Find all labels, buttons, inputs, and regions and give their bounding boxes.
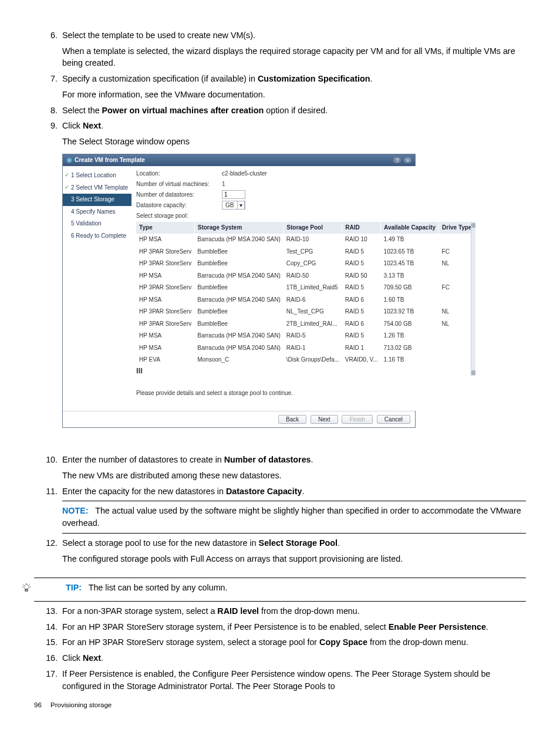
- table-header-row: Type Storage System Storage Pool RAID Av…: [136, 222, 475, 234]
- step-number: 7.: [40, 73, 58, 85]
- step-8: 8. Select the Power on virtual machines …: [34, 104, 526, 117]
- hp-logo-icon: [66, 157, 72, 163]
- tip-block: TIP: The list can be sorted by any colum…: [34, 582, 526, 598]
- step-number: 16.: [40, 652, 58, 664]
- cell-pool: RAID-10: [284, 234, 342, 246]
- tip-text: The list can be sorted by any column.: [89, 583, 228, 592]
- capacity-unit: GB: [222, 201, 237, 209]
- step-number: 17.: [40, 668, 58, 680]
- table-scrollbar[interactable]: [471, 222, 475, 377]
- num-datastores-input[interactable]: [222, 190, 245, 199]
- table-row[interactable]: HP 3PAR StoreServBumbleBeeCopy_CPGRAID 5…: [136, 258, 475, 270]
- datastore-capacity-unit-select[interactable]: GB ▾: [222, 201, 245, 210]
- step-11: 11. Enter the capacity for the new datas…: [34, 485, 526, 498]
- scroll-up-icon[interactable]: [471, 223, 475, 228]
- wizard-nav: 1 Select Location 2 Select VM Template 3…: [63, 166, 131, 411]
- scroll-down-icon[interactable]: [471, 370, 475, 375]
- step-number: 13.: [40, 605, 58, 617]
- wizard-step-select-location[interactable]: 1 Select Location: [63, 170, 131, 182]
- col-storage-system[interactable]: Storage System: [194, 222, 284, 234]
- page-footer: 96 Provisioning storage: [0, 700, 560, 722]
- wizard-step-select-storage[interactable]: 3 Select Storage: [63, 194, 131, 206]
- step-text: .: [486, 622, 488, 632]
- finish-button[interactable]: Finish: [342, 415, 373, 424]
- cell-drive: [439, 270, 475, 282]
- table-row[interactable]: HP MSABarracuda (HP MSA 2040 SAN)RAID-10…: [136, 234, 475, 246]
- bold-term: Enable Peer Persistence: [389, 622, 486, 632]
- cancel-button[interactable]: Cancel: [377, 415, 410, 424]
- cell-drive: NL: [439, 306, 475, 318]
- col-available-capacity[interactable]: Available Capacity: [381, 222, 439, 234]
- col-type[interactable]: Type: [136, 222, 194, 234]
- step-number: 11.: [40, 485, 58, 498]
- cell-system: Barracuda (HP MSA 2040 SAN): [194, 330, 284, 342]
- step-text: For an HP 3PAR StoreServ storage system,…: [62, 622, 389, 632]
- col-drive-type[interactable]: Drive Type: [439, 222, 475, 234]
- col-storage-pool[interactable]: Storage Pool: [284, 222, 342, 234]
- cell-type: HP 3PAR StoreServ: [136, 318, 194, 330]
- step-text: The configured storage pools with Full A…: [62, 553, 526, 565]
- cell-drive: [439, 294, 475, 306]
- step-17: 17. If Peer Persistence is enabled, the …: [34, 668, 526, 692]
- back-button[interactable]: Back: [278, 415, 306, 424]
- svg-rect-4: [25, 589, 28, 591]
- cell-type: HP EVA: [136, 354, 194, 366]
- wizard-step-specify-names[interactable]: 4 Specify Names: [63, 206, 131, 218]
- cell-type: HP 3PAR StoreServ: [136, 282, 194, 294]
- separator: [34, 601, 526, 602]
- step-text: from the drop-down menu.: [259, 606, 360, 616]
- cell-system: BumbleBee: [194, 282, 284, 294]
- cell-cap: 1023.45 TB: [381, 258, 439, 270]
- col-raid[interactable]: RAID: [342, 222, 381, 234]
- cell-type: HP MSA: [136, 342, 194, 355]
- step-text: Click: [62, 653, 83, 663]
- wizard-step-ready-to-complete[interactable]: 6 Ready to Complete: [63, 230, 131, 242]
- cell-cap: 713.02 GB: [381, 342, 439, 355]
- cell-system: BumbleBee: [194, 306, 284, 318]
- table-row[interactable]: HP 3PAR StoreServBumbleBeeTest_CPGRAID 5…: [136, 246, 475, 258]
- step-7: 7. Specify a customization specification…: [34, 73, 526, 100]
- cell-pool: Test_CPG: [284, 246, 342, 258]
- cell-system: BumbleBee: [194, 318, 284, 330]
- cell-type: HP MSA: [136, 330, 194, 342]
- cell-type: HP MSA: [136, 270, 194, 282]
- table-row[interactable]: HP MSABarracuda (HP MSA 2040 SAN)RAID-50…: [136, 270, 475, 282]
- table-row[interactable]: HP MSABarracuda (HP MSA 2040 SAN)RAID-5R…: [136, 330, 475, 342]
- wizard-step-validation[interactable]: 5 Validation: [63, 218, 131, 230]
- help-icon[interactable]: ?: [393, 157, 401, 163]
- table-row[interactable]: HP EVAMonsoon_C\Disk Groups\Defa...VRAID…: [136, 354, 475, 366]
- step-13: 13. For a non-3PAR storage system, selec…: [34, 605, 526, 617]
- step-15: 15. For an HP 3PAR StoreServ storage sys…: [34, 636, 526, 649]
- bold-term: Power on virtual machines after creation: [102, 106, 264, 115]
- chevron-down-icon[interactable]: ▾: [238, 201, 245, 209]
- table-row[interactable]: HP 3PAR StoreServBumbleBee1TB_Limited_Ra…: [136, 282, 475, 294]
- step-text: .: [302, 487, 304, 496]
- step-text: Enter the capacity for the new datastore…: [62, 487, 226, 496]
- dialog-title: Create VM from Template: [75, 156, 145, 165]
- table-row[interactable]: HP 3PAR StoreServBumbleBee2TB_Limited_RA…: [136, 318, 475, 330]
- table-row[interactable]: HP MSABarracuda (HP MSA 2040 SAN)RAID-1R…: [136, 342, 475, 355]
- wizard-step-select-vm-template[interactable]: 2 Select VM Template: [63, 182, 131, 194]
- cell-system: BumbleBee: [194, 246, 284, 258]
- table-row[interactable]: HP MSABarracuda (HP MSA 2040 SAN)RAID-6R…: [136, 294, 475, 306]
- step-text: from the drop-down menu.: [367, 637, 468, 647]
- cell-drive: FC: [439, 246, 475, 258]
- expand-icon[interactable]: »: [404, 157, 411, 163]
- next-button[interactable]: Next: [311, 415, 338, 424]
- filter-icon[interactable]: [136, 367, 143, 374]
- svg-rect-1: [139, 368, 140, 373]
- step-text: option if desired.: [264, 106, 328, 115]
- table-row[interactable]: HP 3PAR StoreServBumbleBeeNL_Test_CPGRAI…: [136, 306, 475, 318]
- step-text: When a template is selected, the wizard …: [62, 45, 526, 69]
- cell-cap: 1.16 TB: [381, 354, 439, 366]
- separator: [62, 533, 526, 534]
- step-text: .: [101, 653, 103, 663]
- tip-label: TIP:: [66, 583, 82, 592]
- bold-term: Customization Specification: [258, 74, 370, 83]
- step-number: 12.: [40, 537, 58, 549]
- step-text: .: [338, 538, 340, 548]
- bold-term: Select Storage Pool: [259, 538, 338, 548]
- step-text: Click: [62, 121, 83, 130]
- num-vm-label: Number of virtual machines:: [136, 180, 218, 189]
- cell-pool: 2TB_Limited_RAI...: [284, 318, 342, 330]
